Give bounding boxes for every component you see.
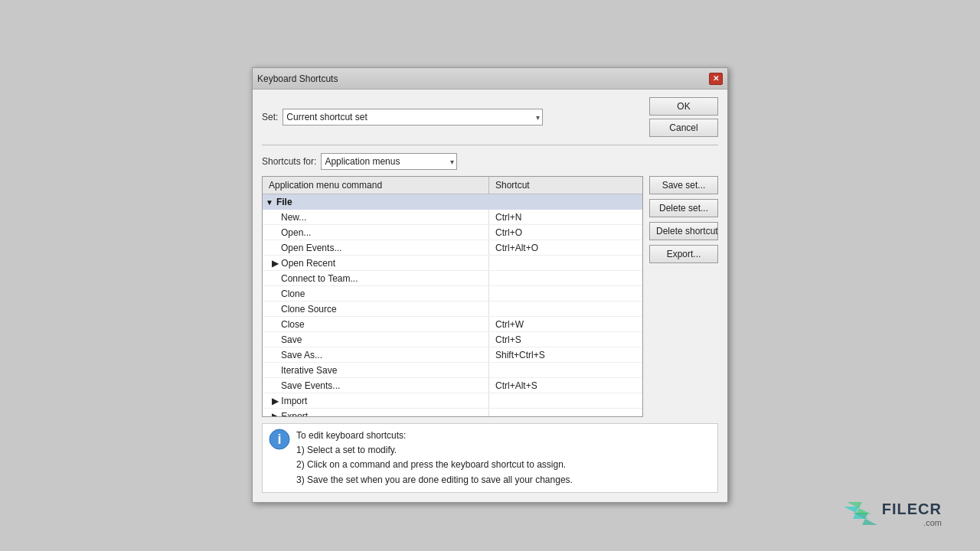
cmd-name: Clone Source (263, 302, 489, 316)
cmd-shortcut: Ctrl+O (489, 225, 642, 240)
cmd-name: Iterative Save (263, 363, 489, 377)
table-row[interactable]: Open... Ctrl+O (263, 225, 642, 240)
info-text: To edit keyboard shortcuts: 1) Select a … (296, 429, 573, 487)
cmd-shortcut: Ctrl+N (489, 210, 642, 224)
delete-set-button[interactable]: Delete set... (649, 199, 718, 217)
cmd-name: Connect to Team... (263, 271, 489, 285)
cmd-shortcut: Ctrl+Alt+O (489, 240, 642, 255)
watermark: FILECR .com (844, 499, 942, 528)
cancel-button[interactable]: Cancel (649, 119, 718, 137)
cmd-name: Open... (263, 225, 489, 240)
side-buttons: Save set... Delete set... Delete shortcu… (649, 176, 718, 417)
table-row[interactable]: Open Events... Ctrl+Alt+O (263, 240, 642, 256)
cmd-shortcut: Ctrl+Alt+S (489, 378, 642, 393)
table-row[interactable]: Clone Source (263, 302, 642, 317)
cmd-name: Save Events... (263, 378, 489, 393)
set-label: Set: (262, 112, 278, 122)
table-row[interactable]: Save Ctrl+S (263, 332, 642, 347)
dialog-title: Keyboard Shortcuts (257, 73, 338, 84)
main-content: Application menu command Shortcut ▼ File… (262, 176, 718, 417)
info-line3: 2) Click on a command and press the keyb… (296, 458, 573, 472)
info-line2: 1) Select a set to modify. (296, 443, 573, 458)
info-icon: i (269, 429, 290, 450)
table-section: Application menu command Shortcut ▼ File… (262, 176, 643, 417)
filecr-brand: FILECR (882, 500, 942, 518)
filecr-com: .com (882, 518, 942, 527)
cmd-shortcut (489, 286, 642, 301)
cmd-shortcut: Ctrl+S (489, 332, 642, 347)
cmd-shortcut (489, 363, 642, 377)
shortcuts-for-dropdown-wrapper: Application menus (321, 153, 457, 170)
divider-1 (262, 145, 718, 145)
cmd-shortcut (489, 393, 642, 408)
keyboard-shortcuts-dialog: Keyboard Shortcuts ✕ Set: Current shortc… (252, 67, 728, 503)
table-row[interactable]: New... Ctrl+N (263, 210, 642, 225)
delete-shortcut-button[interactable]: Delete shortcut (649, 222, 718, 240)
shortcuts-for-row: Shortcuts for: Application menus (262, 153, 718, 170)
cmd-shortcut: Shift+Ctrl+S (489, 347, 642, 362)
cmd-name: New... (263, 210, 489, 224)
set-dropdown-wrapper: Current shortcut set (283, 109, 543, 126)
table-row[interactable]: ▶ Open Recent (263, 256, 642, 271)
commands-table: Application menu command Shortcut ▼ File… (262, 176, 643, 417)
table-row[interactable]: Save As... Shift+Ctrl+S (263, 347, 642, 363)
file-section-header[interactable]: ▼ File (263, 194, 642, 210)
save-set-button[interactable]: Save set... (649, 176, 718, 194)
table-row[interactable]: Save Events... Ctrl+Alt+S (263, 378, 642, 393)
table-body[interactable]: ▼ File New... Ctrl+N Open... Ctrl+O (263, 194, 642, 416)
ok-button[interactable]: OK (649, 97, 718, 116)
info-line4: 3) Save the set when you are done editin… (296, 473, 573, 487)
info-section: i To edit keyboard shortcuts: 1) Select … (262, 423, 718, 493)
cmd-name: Open Events... (263, 240, 489, 255)
cmd-shortcut (489, 271, 642, 285)
cmd-name: ▶ Open Recent (263, 256, 489, 270)
table-row[interactable]: ▶ Export (263, 409, 642, 416)
collapse-arrow: ▼ (266, 198, 273, 207)
close-button[interactable]: ✕ (709, 73, 723, 85)
table-row[interactable]: Clone (263, 286, 642, 302)
info-line1: To edit keyboard shortcuts: (296, 429, 573, 443)
cmd-name: ▶ Import (263, 393, 489, 408)
export-button[interactable]: Export... (649, 245, 718, 263)
cmd-shortcut: Ctrl+W (489, 317, 642, 331)
svg-text:i: i (277, 432, 281, 447)
cmd-name: ▶ Export (263, 409, 489, 416)
dialog-body: Set: Current shortcut set OK Cancel Shor… (253, 90, 727, 502)
col-shortcut: Shortcut (489, 177, 642, 194)
table-header: Application menu command Shortcut (263, 177, 642, 194)
cmd-name: Save (263, 332, 489, 347)
table-row[interactable]: Iterative Save (263, 363, 642, 378)
table-row[interactable]: Close Ctrl+W (263, 317, 642, 332)
shortcuts-for-dropdown[interactable]: Application menus (321, 153, 457, 170)
file-section-label: File (276, 197, 292, 207)
cmd-name: Save As... (263, 347, 489, 362)
ok-cancel-buttons: OK Cancel (649, 97, 718, 137)
filecr-logo-icon (844, 499, 877, 528)
table-row[interactable]: ▶ Import (263, 393, 642, 409)
table-row[interactable]: Connect to Team... (263, 271, 642, 286)
set-dropdown[interactable]: Current shortcut set (283, 109, 543, 126)
cmd-name: Clone (263, 286, 489, 301)
filecr-text-group: FILECR .com (882, 500, 942, 527)
shortcuts-for-label: Shortcuts for: (262, 156, 316, 167)
cmd-shortcut (489, 409, 642, 416)
col-command: Application menu command (263, 177, 489, 194)
cmd-shortcut (489, 256, 642, 270)
title-bar: Keyboard Shortcuts ✕ (253, 68, 727, 90)
set-row: Set: Current shortcut set (262, 109, 543, 126)
cmd-name: Close (263, 317, 489, 331)
cmd-shortcut (489, 302, 642, 316)
